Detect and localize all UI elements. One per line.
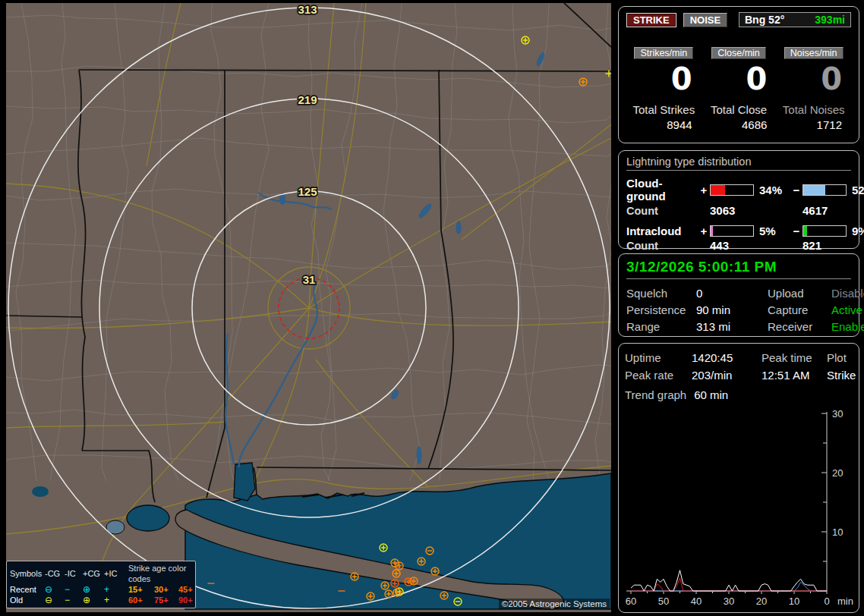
radar-map[interactable]: 313 219 125 31 Symbols -CG -IC +CG +IC S… bbox=[6, 3, 611, 612]
plot-value: Strike bbox=[827, 369, 856, 382]
close-column: Close/min 0 Total Close 4686 bbox=[702, 46, 777, 131]
legend-col-neg-cg: -CG bbox=[45, 568, 65, 579]
cg-negative-count: 4617 bbox=[803, 204, 848, 217]
cg-positive-bar bbox=[710, 184, 754, 196]
age-90: 90+ bbox=[178, 595, 204, 605]
pos-cg-old-icon: ⊕ bbox=[83, 595, 104, 605]
persistence-label: Persistence bbox=[626, 303, 696, 316]
trend-graph: 1020306050403020100min bbox=[625, 404, 857, 609]
total-strikes-label: Total Strikes bbox=[626, 103, 702, 116]
strike-button[interactable]: STRIKE bbox=[626, 13, 676, 27]
cg-positive-pct: 34% bbox=[755, 184, 790, 196]
peak-rate-label: Peak rate bbox=[625, 369, 692, 382]
datetime-display: 3/12/2026 5:00:11 PM bbox=[626, 259, 851, 279]
receiver-label: Receiver bbox=[768, 320, 831, 333]
pos-cg-recent-icon: ⊕ bbox=[83, 584, 104, 595]
neg-ic-recent-icon: − bbox=[65, 584, 83, 595]
strikes-column: Strikes/min 0 Total Strikes 8944 bbox=[626, 46, 702, 131]
ring-label-125: 125 bbox=[298, 185, 317, 198]
trend-panel: Uptime 1420:45 Peak time Plot Peak rate … bbox=[618, 343, 859, 613]
neg-ic-old-icon: − bbox=[65, 595, 83, 605]
upload-label: Upload bbox=[768, 287, 831, 300]
capture-status: Active bbox=[831, 303, 864, 316]
legend-col-pos-ic: +IC bbox=[104, 568, 122, 579]
cg-positive-count: 3063 bbox=[710, 204, 755, 217]
total-close-label: Total Close bbox=[702, 103, 777, 116]
ic-negative-bar bbox=[803, 225, 847, 237]
squelch-label: Squelch bbox=[626, 287, 696, 300]
cg-negative-bar bbox=[803, 184, 847, 196]
noises-column: Noises/min 0 Total Noises 1712 bbox=[776, 46, 851, 131]
pos-ic-recent-icon: + bbox=[104, 584, 122, 595]
svg-text:10: 10 bbox=[789, 596, 799, 607]
range-value: 313 mi bbox=[696, 320, 768, 333]
ring-label-313: 313 bbox=[298, 3, 317, 16]
distribution-panel: Lightning type distribution Cloud-ground… bbox=[618, 150, 859, 249]
legend-row-label: Recent bbox=[10, 584, 45, 595]
minus-sign: − bbox=[790, 225, 803, 237]
ic-positive-pct: 5% bbox=[755, 225, 790, 237]
total-noises-label: Total Noises bbox=[776, 103, 851, 116]
cloud-ground-label: Cloud-ground bbox=[626, 177, 698, 203]
bearing-display: Bng 52° 393mi bbox=[739, 12, 851, 27]
legend-row-label: Old bbox=[10, 595, 45, 605]
count-label: Count bbox=[626, 240, 698, 252]
svg-text:min: min bbox=[837, 596, 853, 607]
age-45: 45+ bbox=[178, 584, 204, 595]
plus-sign: + bbox=[698, 225, 710, 237]
strikes-per-min-value: 0 bbox=[626, 64, 702, 94]
bearing-range: 393mi bbox=[815, 14, 845, 26]
noises-per-min-button[interactable]: Noises/min bbox=[784, 47, 844, 59]
trend-graph-label: Trend graph bbox=[625, 388, 686, 401]
noise-button[interactable]: NOISE bbox=[683, 13, 727, 27]
bearing-label: Bng 52° bbox=[745, 14, 784, 26]
legend-col-pos-cg: +CG bbox=[83, 568, 104, 579]
total-noises-value: 1712 bbox=[776, 118, 851, 131]
upload-status: Disabled bbox=[831, 287, 864, 300]
uptime-value: 1420:45 bbox=[692, 351, 762, 364]
age-30: 30+ bbox=[154, 584, 178, 595]
distribution-title: Lightning type distribution bbox=[626, 156, 851, 171]
status-panel: 3/12/2026 5:00:11 PM Squelch 0 Upload Di… bbox=[618, 253, 859, 337]
svg-text:20: 20 bbox=[832, 467, 843, 479]
receiver-status: Enabled bbox=[831, 320, 864, 333]
uptime-label: Uptime bbox=[625, 351, 692, 364]
map-canvas: 313 219 125 31 bbox=[6, 3, 611, 612]
cg-negative-pct: 52% bbox=[848, 184, 864, 196]
svg-text:60: 60 bbox=[626, 596, 636, 607]
svg-text:0: 0 bbox=[824, 596, 829, 607]
legend-symbols-header: Symbols bbox=[10, 568, 45, 579]
counters-panel: STRIKE NOISE Bng 52° 393mi Strikes/min 0… bbox=[618, 6, 859, 143]
total-close-value: 4686 bbox=[702, 118, 777, 131]
plus-sign: + bbox=[698, 184, 710, 196]
ring-label-31: 31 bbox=[303, 273, 316, 286]
close-per-min-value: 0 bbox=[702, 64, 777, 94]
close-per-min-button[interactable]: Close/min bbox=[711, 47, 766, 59]
age-60: 60+ bbox=[128, 595, 154, 605]
peak-time-value: 12:51 AM bbox=[762, 369, 827, 382]
plot-label: Plot bbox=[827, 351, 856, 364]
age-15: 15+ bbox=[128, 584, 154, 595]
noises-per-min-value: 0 bbox=[776, 64, 851, 94]
ring-label-219: 219 bbox=[298, 93, 317, 106]
trend-graph-value: 60 min bbox=[694, 388, 728, 401]
count-label: Count bbox=[626, 205, 698, 217]
total-strikes-value: 8944 bbox=[626, 118, 702, 131]
age-75: 75+ bbox=[154, 595, 178, 605]
svg-text:30: 30 bbox=[832, 408, 843, 420]
app-window: { "map": { "land_color": "#6c6058", "wat… bbox=[0, 0, 864, 616]
svg-text:40: 40 bbox=[691, 596, 702, 607]
ic-positive-count: 443 bbox=[710, 239, 755, 252]
neg-cg-recent-icon: ⊖ bbox=[45, 584, 65, 595]
strikes-per-min-button[interactable]: Strikes/min bbox=[634, 47, 693, 59]
persistence-value: 90 min bbox=[696, 303, 768, 316]
intracloud-label: Intracloud bbox=[626, 225, 698, 237]
ic-positive-bar bbox=[710, 225, 754, 237]
svg-text:20: 20 bbox=[756, 596, 767, 607]
peak-time-label: Peak time bbox=[762, 351, 827, 364]
capture-label: Capture bbox=[768, 303, 831, 316]
svg-text:30: 30 bbox=[724, 596, 734, 607]
neg-cg-old-icon: ⊖ bbox=[45, 595, 65, 605]
minus-sign: − bbox=[790, 184, 803, 196]
squelch-value: 0 bbox=[696, 287, 768, 300]
